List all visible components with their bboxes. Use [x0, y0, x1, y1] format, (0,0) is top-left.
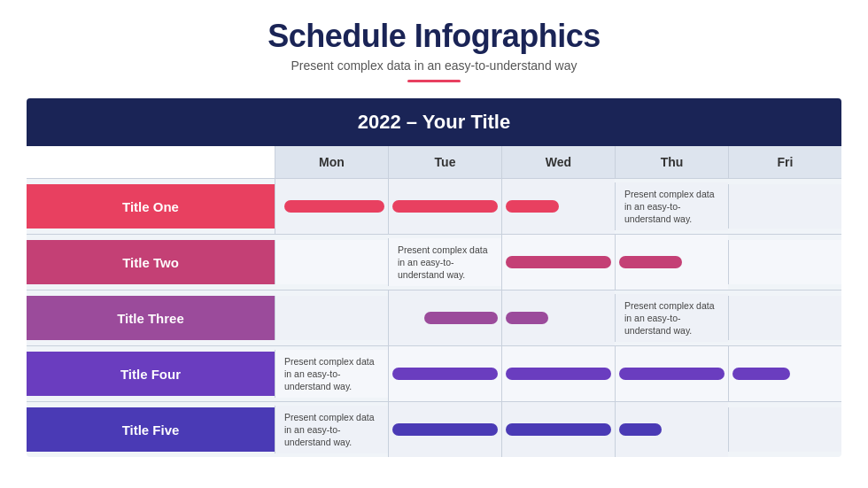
- table-row: Title Four Present complex data in an ea…: [27, 345, 841, 401]
- bar-two-thu: [619, 256, 682, 268]
- cell-text-r4: Present complex data in an easy-to-under…: [279, 355, 384, 393]
- header: Schedule Infographics Present complex da…: [267, 18, 601, 93]
- col-mon: Mon: [275, 146, 388, 178]
- cell-r4-tue: [388, 346, 501, 401]
- cell-r4-fri: [728, 346, 841, 401]
- cell-r5-fri: [728, 407, 841, 452]
- bar-four-tue: [392, 368, 498, 380]
- column-headers: Mon Tue Wed Thu Fri: [27, 146, 841, 178]
- table-row: Title Two Present complex data in an eas…: [27, 234, 841, 290]
- cell-r2-thu: [615, 235, 728, 290]
- cell-r5-tue: [388, 402, 501, 457]
- bar-two-wed: [506, 256, 611, 268]
- subtitle: Present complex data in an easy-to-under…: [267, 58, 601, 73]
- cell-r2-fri: [728, 240, 841, 284]
- bar-three-tue: [424, 312, 498, 324]
- page: Schedule Infographics Present complex da…: [0, 0, 868, 488]
- cell-r5-thu: [615, 402, 728, 457]
- bar-five-wed: [506, 423, 611, 436]
- chart-title: 2022 – Your Title: [27, 98, 841, 146]
- cell-r5-wed: [501, 402, 615, 457]
- cell-r4-wed: [501, 346, 615, 401]
- cell-text-r2: Present complex data in an easy-to-under…: [392, 244, 498, 282]
- table-row: Title One Present com: [27, 178, 841, 234]
- cell-text-r5: Present complex data in an easy-to-under…: [279, 411, 384, 449]
- bar-four-fri: [732, 368, 790, 380]
- cell-r1-tue: [388, 179, 501, 234]
- main-title: Schedule Infographics: [267, 18, 601, 55]
- row-title-five: Title Five: [27, 407, 275, 452]
- bar-one-wed: [506, 200, 559, 213]
- cell-r2-tue: Present complex data in an easy-to-under…: [388, 238, 501, 287]
- cell-r2-wed: [501, 235, 615, 290]
- cell-text-r3: Present complex data in an easy-to-under…: [619, 299, 725, 337]
- cell-r3-tue: [388, 290, 501, 345]
- chart-container: 2022 – Your Title Mon Tue Wed Thu Fri Ti…: [27, 98, 841, 457]
- cell-r2-mon: [275, 240, 388, 284]
- row-title-one: Title One: [27, 184, 275, 229]
- cell-r1-thu: Present complex data in an easy-to-under…: [615, 182, 728, 231]
- cell-text-r1: Present complex data in an easy-to-under…: [619, 188, 725, 226]
- cell-r1-wed: [501, 179, 615, 234]
- col-thu: Thu: [615, 146, 728, 178]
- empty-header: [27, 146, 275, 178]
- bar-one: [284, 200, 384, 213]
- cell-r4-thu: [615, 346, 728, 401]
- bar-five-tue: [392, 423, 498, 436]
- row-title-three: Title Three: [27, 296, 275, 340]
- bar-three-wed: [506, 312, 548, 324]
- bar-one-tue: [392, 200, 498, 213]
- cell-r3-fri: [728, 296, 841, 340]
- col-fri: Fri: [728, 146, 841, 178]
- bar-five-thu: [619, 423, 662, 436]
- bar-four-thu: [619, 368, 725, 380]
- table-row: Title Three Present complex data in an e…: [27, 290, 841, 345]
- row-title-four: Title Four: [27, 352, 275, 396]
- cell-r4-mon: Present complex data in an easy-to-under…: [275, 350, 388, 399]
- cell-r3-mon: [275, 296, 388, 340]
- row-title-two: Title Two: [27, 240, 275, 284]
- decorative-line: [407, 80, 461, 82]
- bar-four-wed: [506, 368, 611, 380]
- table-row: Title Five Present complex data in an ea…: [27, 401, 841, 457]
- cell-r5-mon: Present complex data in an easy-to-under…: [275, 406, 388, 454]
- cell-r3-wed: [501, 290, 615, 345]
- col-wed: Wed: [501, 146, 615, 178]
- cell-r3-thu: Present complex data in an easy-to-under…: [615, 294, 728, 343]
- cell-r1-mon: [275, 179, 388, 234]
- cell-r1-fri: [728, 184, 841, 229]
- col-tue: Tue: [388, 146, 501, 178]
